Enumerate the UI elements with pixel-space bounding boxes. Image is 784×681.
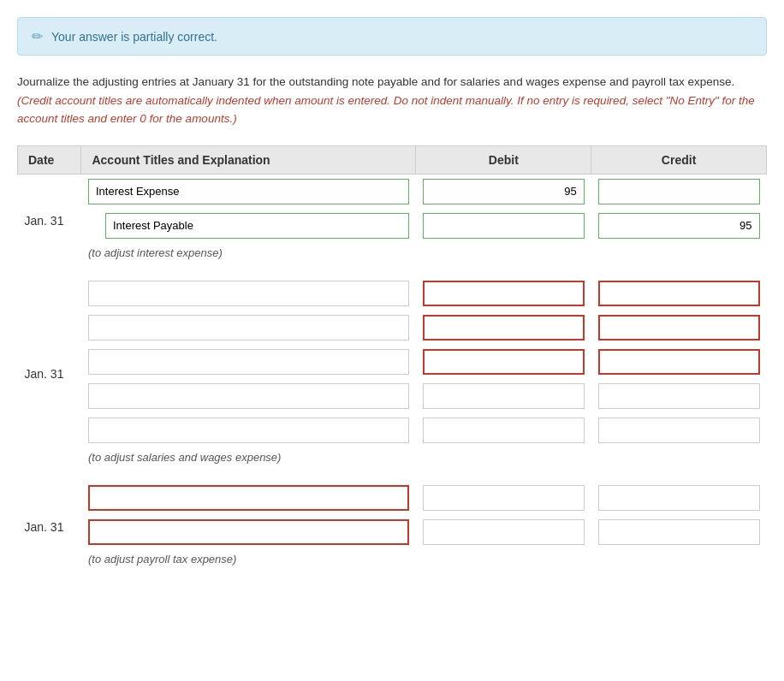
entry2-row5 bbox=[18, 413, 767, 447]
entry2-account5-cell[interactable] bbox=[81, 413, 416, 447]
entry2-credit5-input[interactable] bbox=[598, 417, 760, 443]
entry2-row4 bbox=[18, 379, 767, 413]
entry3-date: Jan. 31 bbox=[18, 481, 81, 574]
entry2-debit1-input[interactable] bbox=[423, 281, 585, 306]
entry2-note-row: (to adjust salaries and wages expense) bbox=[18, 447, 767, 472]
entry2-account5-input[interactable] bbox=[88, 417, 409, 443]
entry2-account1-cell[interactable] bbox=[81, 276, 416, 311]
header-debit: Debit bbox=[416, 145, 591, 174]
entry3-account1-input[interactable] bbox=[88, 485, 409, 511]
entry2-account3-cell[interactable] bbox=[81, 345, 416, 379]
entry2-account4-input[interactable] bbox=[88, 383, 409, 409]
entry3-credit2-input[interactable] bbox=[598, 519, 760, 545]
entry2-account2-input[interactable] bbox=[88, 315, 409, 340]
entry2-row1: Jan. 31 bbox=[18, 276, 767, 311]
entry2-debit3-input[interactable] bbox=[423, 349, 585, 375]
entry3-credit1-input[interactable] bbox=[598, 485, 760, 511]
entry2-row2 bbox=[18, 311, 767, 345]
entry3-account2-input[interactable] bbox=[88, 519, 409, 545]
entry1-account1-cell[interactable] bbox=[81, 174, 416, 209]
entry1-row2 bbox=[18, 209, 767, 243]
entry2-debit2-cell[interactable] bbox=[416, 311, 591, 345]
entry1-credit1-input[interactable] bbox=[598, 179, 760, 204]
entry1-debit2-cell[interactable] bbox=[416, 209, 591, 243]
instruction-italic: (Credit account titles are automatically… bbox=[17, 94, 755, 126]
entry2-credit1-cell[interactable] bbox=[591, 276, 767, 311]
entry1-debit2-input[interactable] bbox=[423, 213, 585, 239]
entry2-credit4-cell[interactable] bbox=[591, 379, 767, 413]
entry1-credit1-cell[interactable] bbox=[591, 174, 767, 209]
entry2-debit2-input[interactable] bbox=[423, 315, 585, 340]
entry2-debit4-cell[interactable] bbox=[416, 379, 591, 413]
entry2-note: (to adjust salaries and wages expense) bbox=[81, 447, 767, 472]
entry2-row3 bbox=[18, 345, 767, 379]
entry3-row2 bbox=[18, 515, 767, 549]
instructions: Journalize the adjusting entries at Janu… bbox=[17, 73, 767, 128]
entry2-debit1-cell[interactable] bbox=[416, 276, 591, 311]
entry2-credit2-input[interactable] bbox=[598, 315, 760, 340]
entry3-debit2-input[interactable] bbox=[423, 519, 585, 545]
entry3-account1-cell[interactable] bbox=[81, 481, 416, 515]
entry3-credit2-cell[interactable] bbox=[591, 515, 767, 549]
entry3-note: (to adjust payroll tax expense) bbox=[81, 549, 767, 574]
entry3-debit2-cell[interactable] bbox=[416, 515, 591, 549]
entry2-debit5-cell[interactable] bbox=[416, 413, 591, 447]
entry3-debit1-input[interactable] bbox=[423, 485, 585, 511]
entry1-credit2-cell[interactable] bbox=[591, 209, 767, 243]
entry2-account4-cell[interactable] bbox=[81, 379, 416, 413]
entry1-credit2-input[interactable] bbox=[598, 213, 760, 239]
entry3-account2-cell[interactable] bbox=[81, 515, 416, 549]
entry2-date: Jan. 31 bbox=[18, 276, 81, 472]
header-date: Date bbox=[18, 145, 81, 174]
alert-message: Your answer is partially correct. bbox=[51, 30, 217, 44]
entry1-date: Jan. 31 bbox=[18, 174, 81, 268]
instruction-main: Journalize the adjusting entries at Janu… bbox=[17, 75, 734, 88]
entry2-credit5-cell[interactable] bbox=[591, 413, 767, 447]
entry1-debit1-input[interactable] bbox=[423, 179, 585, 204]
entry1-debit1-cell[interactable] bbox=[416, 174, 591, 209]
entry2-credit4-input[interactable] bbox=[598, 383, 760, 409]
journal-table: Date Account Titles and Explanation Debi… bbox=[17, 145, 767, 574]
entry3-row1: Jan. 31 bbox=[18, 481, 767, 515]
entry2-credit3-input[interactable] bbox=[598, 349, 760, 375]
entry3-debit1-cell[interactable] bbox=[416, 481, 591, 515]
entry1-account2-input[interactable] bbox=[105, 213, 409, 239]
entry1-account2-cell[interactable] bbox=[81, 209, 416, 243]
entry1-note-row: (to adjust interest expense) bbox=[18, 243, 767, 268]
entry2-credit3-cell[interactable] bbox=[591, 345, 767, 379]
entry2-credit2-cell[interactable] bbox=[591, 311, 767, 345]
header-credit: Credit bbox=[591, 145, 767, 174]
entry2-account2-cell[interactable] bbox=[81, 311, 416, 345]
entry2-debit4-input[interactable] bbox=[423, 383, 585, 409]
entry2-account3-input[interactable] bbox=[88, 349, 409, 375]
entry2-debit5-input[interactable] bbox=[423, 417, 585, 443]
header-account: Account Titles and Explanation bbox=[81, 145, 416, 174]
entry2-debit3-cell[interactable] bbox=[416, 345, 591, 379]
entry1-row1: Jan. 31 bbox=[18, 174, 767, 209]
entry3-note-row: (to adjust payroll tax expense) bbox=[18, 549, 767, 574]
entry3-credit1-cell[interactable] bbox=[591, 481, 767, 515]
entry1-note: (to adjust interest expense) bbox=[81, 243, 767, 268]
entry2-credit1-input[interactable] bbox=[598, 281, 760, 306]
entry1-account1-input[interactable] bbox=[88, 179, 409, 204]
alert-banner: ✏ Your answer is partially correct. bbox=[17, 17, 767, 56]
pencil-icon: ✏ bbox=[32, 28, 43, 44]
entry2-account1-input[interactable] bbox=[88, 281, 409, 306]
